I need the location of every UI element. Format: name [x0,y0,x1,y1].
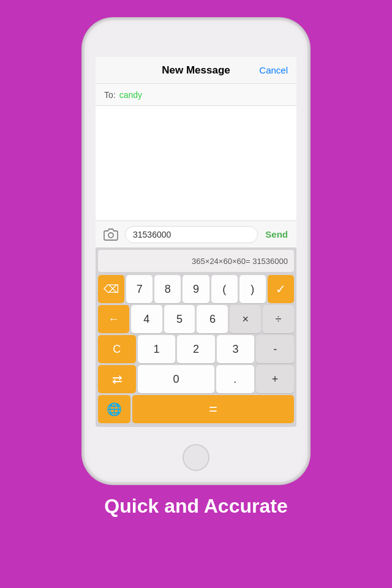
left-arrow-key[interactable]: ← [98,305,129,333]
swap-key[interactable]: ⇄ [98,365,136,393]
calc-row-2: ← 4 5 6 × ÷ [98,305,294,333]
to-field: To: candy [96,84,296,106]
cancel-button[interactable]: Cancel [259,65,288,75]
calc-display: 365×24×60×60= 31536000 [98,250,294,272]
to-value: candy [119,90,142,100]
calc-row-5: 🌐 = [98,395,294,423]
input-bar: 31536000 Send [96,221,296,247]
key-4[interactable]: 4 [131,305,162,333]
key-7[interactable]: 7 [126,275,153,303]
key-3[interactable]: 3 [217,335,255,363]
key-9[interactable]: 9 [183,275,209,303]
calc-row-4: ⇄ 0 . + [98,365,294,393]
multiply-key[interactable]: × [230,305,261,333]
equals-key[interactable]: = [132,395,294,423]
key-6[interactable]: 6 [197,305,228,333]
key-1[interactable]: 1 [138,335,176,363]
message-body[interactable] [96,106,296,221]
tagline: Quick and Accurate [104,495,287,518]
message-input[interactable]: 31536000 [125,226,258,243]
confirm-key[interactable]: ✓ [268,275,294,303]
divide-key[interactable]: ÷ [263,305,294,333]
phone-wrapper: New Message Cancel To: candy 31536000 [83,18,309,484]
key-0[interactable]: 0 [138,365,214,393]
camera-button[interactable] [102,225,120,244]
key-8[interactable]: 8 [154,275,181,303]
key-open-paren[interactable]: ( [211,275,238,303]
clear-key[interactable]: C [98,335,136,363]
calc-row-3: C 1 2 3 - [98,335,294,363]
key-close-paren[interactable]: ) [239,275,266,303]
minus-key[interactable]: - [256,335,294,363]
message-header: New Message Cancel [96,57,296,84]
phone-screen: New Message Cancel To: candy 31536000 [96,57,296,427]
calculator: 365×24×60×60= 31536000 ⌫ 7 8 9 ( ) ✓ ← 4… [96,247,296,427]
svg-point-0 [108,233,113,238]
calc-row-1: ⌫ 7 8 9 ( ) ✓ [98,275,294,303]
phone-body: New Message Cancel To: candy 31536000 [83,18,309,484]
key-2[interactable]: 2 [177,335,215,363]
backspace-key[interactable]: ⌫ [98,275,124,303]
home-button[interactable] [183,444,209,471]
globe-key[interactable]: 🌐 [98,395,130,423]
plus-key[interactable]: + [256,365,294,393]
dot-key[interactable]: . [216,365,254,393]
key-5[interactable]: 5 [164,305,195,333]
send-button[interactable]: Send [263,229,290,239]
header-title: New Message [162,64,230,77]
to-label: To: [104,90,116,100]
